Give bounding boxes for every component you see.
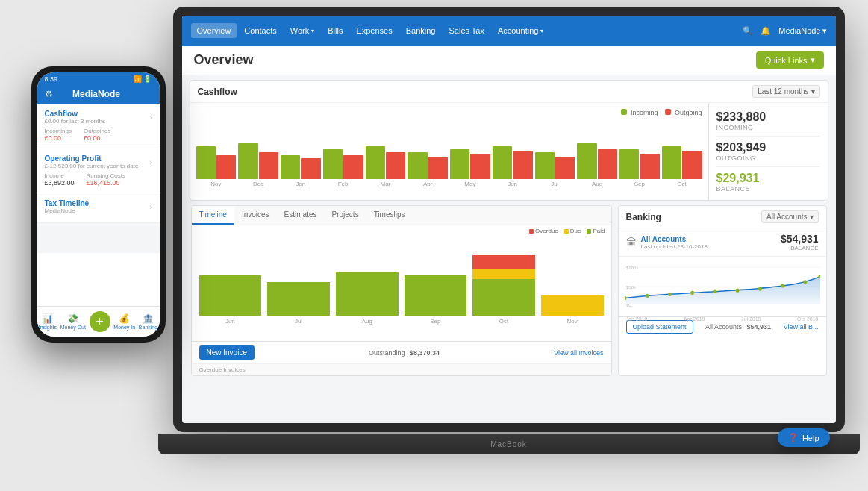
cashflow-bar-group-Jan bbox=[281, 155, 321, 179]
work-bar-group-Aug bbox=[336, 248, 399, 316]
search-icon[interactable]: 🔍 bbox=[743, 26, 753, 36]
phone-profit-item[interactable]: Operating Profit £-12,523.00 for current… bbox=[37, 148, 160, 193]
cashflow-filter[interactable]: Last 12 months ▾ bbox=[752, 85, 819, 98]
nav-item-salestax[interactable]: Sales Tax bbox=[443, 23, 490, 38]
cashflow-month-label-Jul: Jul bbox=[535, 181, 575, 187]
upload-statement-button[interactable]: Upload Statement bbox=[626, 320, 693, 334]
phone-income: Income £3,892.00 bbox=[45, 172, 75, 187]
laptop-body: Overview Contacts Work ▾ Bills Expenses bbox=[173, 7, 845, 432]
cashflow-bar-group-Feb bbox=[323, 149, 363, 179]
banking-line-chart: $100k $50k $0 Jan 2018 Apr 2018 Jul 2018… bbox=[619, 257, 826, 316]
work-chart: JunJulAugSepOctNov bbox=[192, 237, 611, 341]
balance-value: $29,931 bbox=[716, 172, 820, 185]
help-button[interactable]: ❓ Help bbox=[778, 428, 830, 447]
incoming-bar-Jul bbox=[535, 152, 555, 179]
nav-item-bills[interactable]: Bills bbox=[322, 23, 349, 38]
cashflow-month-label-Dec: Dec bbox=[238, 181, 278, 187]
bell-icon[interactable]: 🔔 bbox=[761, 26, 771, 36]
chevron-down-icon-4: ▾ bbox=[811, 55, 815, 65]
cashflow-bar-group-Nov bbox=[196, 146, 237, 179]
phone-nav: ⚙ MediaNode bbox=[37, 86, 160, 104]
phone-tax-title: Tax Timeline bbox=[45, 199, 90, 207]
svg-point-8 bbox=[735, 289, 739, 293]
money-out-icon: 💸 bbox=[67, 313, 78, 324]
phone-profit-title: Operating Profit bbox=[45, 154, 139, 163]
work-chart-labels: JunJulAugSepOctNov bbox=[196, 318, 607, 325]
incoming-legend: Incoming bbox=[621, 109, 658, 116]
banking-chart-svg: $100k $50k $0 bbox=[625, 260, 820, 313]
work-bar-group-Jun bbox=[199, 248, 262, 316]
outgoing-bar-Mar bbox=[386, 152, 405, 179]
work-month-label-Jul: Jul bbox=[267, 318, 330, 325]
tabs-bar: Timeline Invoices Estimates Projects Tim… bbox=[192, 206, 611, 225]
tab-timeslips[interactable]: Timeslips bbox=[366, 206, 413, 225]
phone-add-button[interactable]: + bbox=[90, 311, 110, 332]
money-in-icon: 💰 bbox=[119, 313, 130, 324]
view-all-banking[interactable]: View all B... bbox=[784, 323, 819, 331]
phone-incomings: Incomings £0.00 bbox=[45, 128, 72, 142]
tab-invoices[interactable]: Invoices bbox=[234, 206, 277, 225]
phone-profit-stats: Income £3,892.00 Running Costs £16,415.0… bbox=[45, 172, 152, 187]
tab-timeline[interactable]: Timeline bbox=[192, 206, 234, 225]
app-nav: Overview Contacts Work ▾ Bills Expenses bbox=[182, 16, 836, 46]
user-menu[interactable]: MediaNode ▾ bbox=[778, 26, 826, 36]
svg-point-4 bbox=[645, 294, 649, 298]
nav-item-banking[interactable]: Banking bbox=[400, 23, 442, 38]
incoming-bar-Aug bbox=[577, 143, 596, 179]
outgoing-stat: $203,949 OUTGOING bbox=[716, 141, 820, 162]
nav-item-expenses[interactable]: Expenses bbox=[350, 23, 398, 38]
laptop-screen: Overview Contacts Work ▾ Bills Expenses bbox=[182, 16, 836, 423]
cashflow-month-label-Jun: Jun bbox=[493, 181, 533, 187]
svg-text:$100k: $100k bbox=[626, 265, 639, 270]
phone-cashflow-title: Cashflow bbox=[45, 110, 105, 118]
stat-divider-2 bbox=[716, 166, 820, 167]
phone-tax-item[interactable]: Tax Timeline MediaNode › bbox=[37, 193, 160, 223]
nav-item-contacts[interactable]: Contacts bbox=[238, 23, 282, 38]
phone-settings-icon[interactable]: ⚙ bbox=[45, 89, 53, 99]
work-month-label-Aug: Aug bbox=[336, 318, 399, 325]
banking-filter[interactable]: All Accounts ▾ bbox=[761, 210, 818, 223]
incoming-legend-dot bbox=[621, 109, 627, 115]
phone-tab-insights[interactable]: 📊 Insights bbox=[39, 313, 57, 330]
incoming-bar-May bbox=[450, 149, 469, 179]
phone-cashflow-item[interactable]: Cashflow £0.00 for last 3 months › Incom… bbox=[37, 104, 160, 148]
phone-tab-money-in[interactable]: 💰 Money In bbox=[113, 313, 135, 330]
svg-point-10 bbox=[781, 284, 784, 287]
cashflow-bar-group-Dec bbox=[238, 143, 278, 179]
cashflow-month-label-Apr: Apr bbox=[408, 181, 448, 187]
banking-title: Banking bbox=[626, 212, 661, 222]
incoming-bar-Sep bbox=[619, 149, 639, 179]
phone-tab-banking[interactable]: 🏦 Banking bbox=[139, 313, 157, 330]
work-month-label-Oct: Oct bbox=[472, 318, 535, 325]
cashflow-container: Cashflow Last 12 months ▾ bbox=[182, 75, 836, 201]
laptop: Overview Contacts Work ▾ Bills Expenses bbox=[173, 7, 845, 454]
phone-tab-money-out[interactable]: 💸 Money Out bbox=[60, 313, 86, 330]
nav-item-work[interactable]: Work ▾ bbox=[284, 23, 320, 38]
outgoing-bar-Apr bbox=[428, 157, 448, 179]
account-info: 🏛 All Accounts Last updated 23-10-2018 bbox=[626, 235, 708, 250]
nav-item-accounting[interactable]: Accounting ▾ bbox=[492, 23, 549, 38]
phone-outgoings: Outgoings £0.00 bbox=[84, 128, 110, 142]
work-section: Timeline Invoices Estimates Projects Tim… bbox=[191, 205, 612, 376]
incoming-bar-Dec bbox=[238, 143, 257, 179]
incoming-value: $233,880 bbox=[716, 110, 820, 124]
svg-text:$0: $0 bbox=[626, 302, 631, 307]
cashflow-bar-group-Aug bbox=[577, 143, 617, 179]
balance-label: BALANCE bbox=[716, 185, 820, 193]
cashflow-card: Cashflow Last 12 months ▾ bbox=[190, 80, 828, 201]
tab-projects[interactable]: Projects bbox=[325, 206, 366, 225]
outgoing-legend-dot bbox=[665, 109, 671, 115]
view-all-invoices[interactable]: View all Invoices bbox=[554, 349, 603, 357]
work-month-label-Jun: Jun bbox=[199, 318, 262, 325]
cashflow-labels: NovDecJanFebMarAprMayJunJulAugSepOct bbox=[196, 181, 702, 187]
tab-estimates[interactable]: Estimates bbox=[277, 206, 325, 225]
phone-status-bar: 8:39 📶 🔋 bbox=[37, 72, 160, 86]
due-dot bbox=[564, 229, 569, 234]
nav-item-overview[interactable]: Overview bbox=[191, 23, 237, 38]
new-invoice-button[interactable]: New Invoice bbox=[199, 345, 255, 360]
overdue-dot bbox=[529, 229, 534, 234]
banking-accounts-balance: All Accounts $54,931 bbox=[705, 323, 771, 331]
cashflow-bar-chart: Incoming Outgoing bbox=[190, 103, 708, 193]
work-month-label-Nov: Nov bbox=[541, 318, 604, 325]
quick-links-button[interactable]: Quick Links ▾ bbox=[756, 51, 824, 69]
